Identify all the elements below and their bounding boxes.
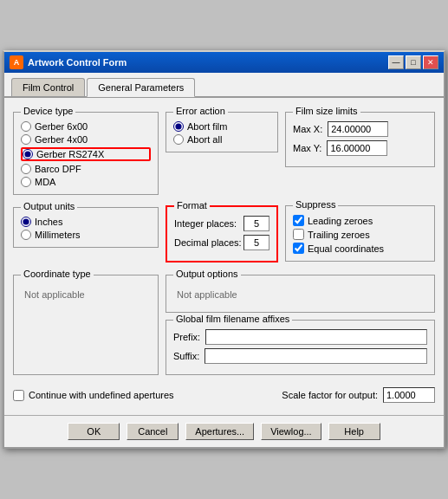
suffix-row: Suffix: [173,348,427,364]
radio-abort-film: Abort film [173,121,270,132]
error-action-radio-group: Abort film Abort all [173,121,270,145]
format-group: Format Integer places: Decimal places: [166,205,278,262]
scale-factor-input[interactable] [383,387,435,403]
help-button[interactable]: Help [328,423,380,440]
app-icon: A [10,55,23,69]
output-options-label: Output options [173,269,241,279]
viewlog-button[interactable]: Viewlog... [261,423,321,440]
radio-label-mda: MDA [35,177,55,187]
format-label: Format [174,200,210,211]
apertures-button[interactable]: Apertures... [185,423,254,440]
bottom-groups-row: Coordinate type Not applicable Output op… [13,268,435,375]
film-size-limits-group: Film size limits Max X: Max Y: [285,112,435,167]
window-title: Artwork Control Form [28,57,127,68]
button-bar: OK Cancel Apertures... Viewlog... Help [4,415,444,447]
radio-millimeters: Millimeters [21,230,151,240]
decimal-places-label: Decimal places: [174,237,243,248]
device-type-radio-group: Gerber 6x00 Gerber 4x00 Gerber RS274X Ba… [21,121,151,187]
error-action-group: Error action Abort film Abort all [166,112,278,152]
suffix-input[interactable] [205,348,427,364]
radio-label-abort-all: Abort all [187,134,222,145]
minimize-button[interactable]: ― [388,55,404,69]
radio-input-millimeters[interactable] [21,230,31,240]
global-film-filename-label: Global film filename affixes [173,314,292,324]
decimal-places-row: Decimal places: [174,235,269,250]
radio-label-gerber-rs274x: Gerber RS274X [36,149,104,159]
scale-factor-row: Scale factor for output: [282,387,435,403]
max-y-label: Max Y: [293,143,321,153]
output-units-label: Output units [21,201,77,211]
output-units-group: Output units Inches Millimeters [13,207,159,248]
main-window: A Artwork Control Form ― □ ✕ Film Contro… [3,50,445,449]
radio-label-inches: Inches [35,217,62,227]
close-button[interactable]: ✕ [423,55,438,69]
check-input-trailing-zeroes[interactable] [293,229,304,240]
continue-check-label: Continue with undefined apertures [29,390,174,400]
prefix-input[interactable] [205,329,427,345]
maximize-button[interactable]: □ [406,55,421,69]
radio-input-barco-dpf[interactable] [21,164,31,174]
output-options-group: Output options Not applicable [166,275,435,313]
radio-input-gerber-4x00[interactable] [21,134,31,145]
check-label-trailing-zeroes: Trailing zeroes [308,230,370,240]
device-type-label: Device type [21,106,75,116]
radio-input-gerber-6x00[interactable] [21,121,31,132]
continue-check-input[interactable] [13,390,24,401]
check-trailing-zeroes: Trailing zeroes [293,229,427,240]
tab-bar: Film Control General Parameters [4,73,444,98]
radio-label-abort-film: Abort film [187,121,227,132]
title-bar-left: A Artwork Control Form [10,55,127,69]
film-size-limits-label: Film size limits [293,106,360,116]
global-film-filename-group: Global film filename affixes Prefix: Suf… [166,320,435,375]
radio-input-gerber-rs274x[interactable] [23,149,33,159]
ok-button[interactable]: OK [68,423,120,440]
check-label-leading-zeroes: Leading zeroes [308,216,373,226]
middle-row: Output units Inches Millimeters Format [13,200,435,262]
radio-input-abort-film[interactable] [173,121,184,132]
radio-inches: Inches [21,217,151,227]
tab-film-control[interactable]: Film Control [11,78,85,96]
radio-input-inches[interactable] [21,217,31,227]
suppress-label: Suppress [293,199,338,210]
error-action-label: Error action [173,106,228,116]
max-x-row: Max X: [293,121,427,137]
continue-scale-row: Continue with undefined apertures Scale … [13,384,435,406]
output-units-radio-group: Inches Millimeters [21,217,151,240]
tab-general-parameters[interactable]: General Parameters [87,78,195,97]
right-column: Output options Not applicable Global fil… [166,268,435,375]
coordinate-type-value: Not applicable [21,284,151,305]
check-label-equal-coordinates: Equal coordinates [308,243,384,254]
radio-label-barco-dpf: Barco DPF [35,164,81,174]
radio-gerber-rs274x: Gerber RS274X [21,147,151,161]
top-row: Device type Gerber 6x00 Gerber 4x00 Gerb… [13,107,435,195]
scale-factor-label: Scale factor for output: [282,390,378,400]
check-input-leading-zeroes[interactable] [293,215,304,226]
integer-places-row: Integer places: [174,216,269,231]
suppress-group: Suppress Leading zeroes Trailing zeroes … [285,205,435,262]
continue-check-group: Continue with undefined apertures [13,390,174,401]
radio-gerber-4x00: Gerber 4x00 [21,134,151,145]
integer-places-label: Integer places: [174,218,243,229]
max-y-input[interactable] [327,140,387,156]
radio-mda: MDA [21,177,151,187]
radio-label-gerber-6x00: Gerber 6x00 [35,121,88,132]
max-y-row: Max Y: [293,140,427,156]
radio-barco-dpf: Barco DPF [21,164,151,174]
radio-input-abort-all[interactable] [173,134,184,145]
radio-label-gerber-4x00: Gerber 4x00 [35,134,88,145]
max-x-input[interactable] [328,121,388,137]
coordinate-type-label: Coordinate type [21,269,94,279]
radio-input-mda[interactable] [21,177,31,187]
decimal-places-input[interactable] [243,235,269,250]
prefix-row: Prefix: [173,329,427,345]
radio-label-millimeters: Millimeters [35,230,81,240]
suffix-label: Suffix: [173,351,199,361]
cancel-button[interactable]: Cancel [127,423,179,440]
title-controls: ― □ ✕ [388,55,438,69]
radio-gerber-6x00: Gerber 6x00 [21,121,151,132]
integer-places-input[interactable] [243,216,269,231]
prefix-label: Prefix: [173,332,200,342]
check-leading-zeroes: Leading zeroes [293,215,427,226]
check-input-equal-coordinates[interactable] [293,243,304,254]
coordinate-type-group: Coordinate type Not applicable [13,275,159,375]
